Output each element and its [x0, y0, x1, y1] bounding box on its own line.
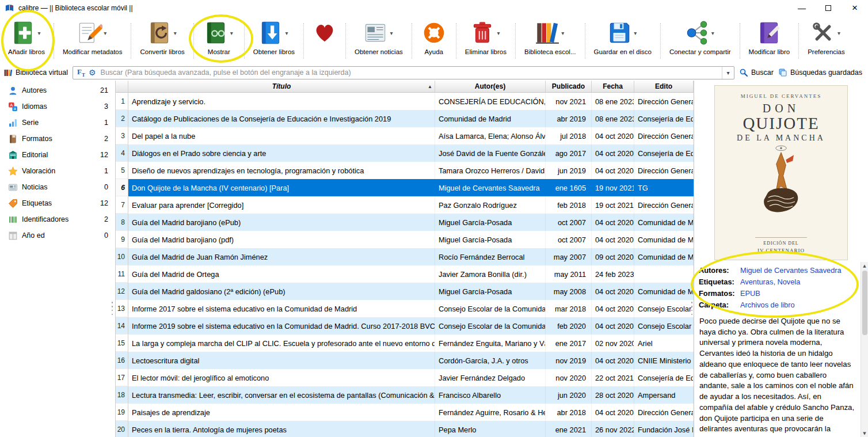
table-row[interactable]: 2 Catálogo de Publicaciones de la Consej…: [116, 110, 694, 127]
dropdown-arrow-icon[interactable]: ▾: [174, 30, 179, 36]
add-books-button[interactable]: ▾ Añadir libros: [2, 17, 51, 57]
convert-books-button[interactable]: ▾ Convertir libros: [134, 17, 190, 57]
connect-share-button[interactable]: ▾ Conectar y compartir: [664, 17, 737, 57]
edit-book-button[interactable]: Modificar libro: [743, 17, 796, 57]
detail-value-link[interactable]: Aventuras, Novela: [740, 276, 863, 288]
detail-value-link[interactable]: Miguel de Cervantes Saavedra: [740, 265, 863, 276]
sidebar-splitter-handle[interactable]: [111, 301, 114, 317]
table-row[interactable]: 8 Guía del Madrid barojiano (ePub) Migue…: [116, 214, 694, 231]
save-to-disk-button[interactable]: ▾ Guardar en el disco: [588, 17, 657, 57]
fetch-news-button[interactable]: ▾ Obtener noticias: [349, 17, 409, 57]
book-author-cell: Miguel García-Posada: [435, 283, 546, 300]
header-titulo[interactable]: Título ▲: [128, 81, 435, 92]
toolbar-separator: [131, 23, 131, 59]
sidebar-item-editorial[interactable]: Editorial 12: [0, 147, 115, 163]
preferences-button[interactable]: ▾ Preferencias: [802, 17, 851, 57]
dropdown-arrow-icon[interactable]: ▾: [711, 30, 717, 36]
table-row[interactable]: 3 Del papel a la nube Aísa Lamarca, Elen…: [116, 127, 694, 145]
sidebar-item-idiomas[interactable]: Aa Idiomas 3: [0, 98, 115, 115]
dropdown-arrow-icon[interactable]: ▾: [230, 30, 235, 36]
dropdown-arrow-icon[interactable]: ▾: [561, 30, 566, 36]
sidebar-item-noticias[interactable]: Noticias 0: [0, 179, 115, 195]
row-number: 9: [116, 231, 128, 248]
search-history-dropdown[interactable]: ▾: [722, 67, 734, 79]
book-date-cell: 04 oct 2020: [592, 404, 634, 421]
toolbar-label: Obtener noticias: [355, 48, 403, 56]
sidebar-item-formatos[interactable]: Formatos 2: [0, 131, 115, 147]
header-publicado[interactable]: Publicado: [546, 81, 592, 92]
sidebar-label: Identificadores: [22, 215, 68, 223]
sidebar-item-ano-ed[interactable]: Año ed 0: [0, 227, 115, 244]
dropdown-arrow-icon[interactable]: ▾: [634, 30, 639, 36]
dropdown-arrow-icon[interactable]: ▾: [104, 30, 109, 36]
book-details-panel: MIGUEL DE CERVANTES DON QUIJOTE DE LA MA…: [694, 81, 868, 437]
sidebar-item-identificadores[interactable]: Identificadores 2: [0, 211, 115, 227]
sidebar-item-valoracion[interactable]: Valoración 1: [0, 163, 115, 179]
table-row[interactable]: 15 La larga y compleja marcha del CLIP a…: [116, 335, 694, 352]
details-scrollbar[interactable]: ▲ ▼: [861, 262, 868, 437]
header-autores[interactable]: Autor(es): [435, 81, 546, 92]
scrollbar-thumb[interactable]: [862, 271, 867, 335]
dropdown-arrow-icon[interactable]: ▾: [390, 30, 395, 36]
table-row[interactable]: 7 Evaluar para aprender [Corregido] Paz …: [116, 196, 694, 214]
details-splitter-handle[interactable]: [690, 301, 694, 317]
saved-searches-label: Búsquedas guardadas: [790, 69, 862, 77]
search-input[interactable]: [100, 67, 722, 79]
header-editorial[interactable]: Edito: [634, 81, 694, 92]
dropdown-arrow-icon[interactable]: ▾: [497, 30, 502, 36]
book-author-cell: Comunidad de Madrid: [435, 110, 546, 127]
scroll-up-icon[interactable]: ▲: [863, 262, 866, 269]
table-row[interactable]: 5 Diseño de nuevos aprendizajes en tecno…: [116, 162, 694, 179]
book-author-cell: CONSEJERÍA DE EDUCACIÓN, UN...: [435, 93, 546, 110]
book-title-cell: Guía del Madrid barojiano (ePub): [128, 214, 435, 231]
table-row[interactable]: 4 Diálogos en el Prado sobre ciencia y a…: [116, 145, 694, 162]
book-title-cell: Guía del Madrid de Ortega: [128, 265, 435, 283]
table-row[interactable]: 9 Guía del Madrid barojiano (pdf) Miguel…: [116, 231, 694, 248]
book-cover[interactable]: MIGUEL DE CERVANTES DON QUIJOTE DE LA MA…: [714, 85, 848, 260]
table-row[interactable]: 13 Informe 2017 sobre el sistema educati…: [116, 300, 694, 317]
table-row[interactable]: 10 Guía del Madrid de Juan Ramón Jiménez…: [116, 248, 694, 265]
sidebar-item-serie[interactable]: Serie 1: [0, 115, 115, 131]
book-publisher-cell: TG: [634, 179, 694, 196]
donate-button[interactable]: [307, 17, 342, 57]
gear-icon[interactable]: ⚙: [87, 68, 100, 77]
table-row[interactable]: 17 El lector móvil: del jeroglífico al e…: [116, 369, 694, 386]
remove-books-button[interactable]: ▾ Eliminar libros: [459, 17, 512, 57]
edit-metadata-button[interactable]: ▾ Modificar metadatos: [57, 17, 128, 57]
virtual-library-button[interactable]: Biblioteca virtual: [3, 68, 68, 77]
table-row[interactable]: 14 Informe 2019 sobre el sistema educati…: [116, 317, 694, 335]
table-row[interactable]: 11 Guía del Madrid de Ortega Javier Zamo…: [116, 265, 694, 283]
close-button[interactable]: ×: [842, 0, 868, 16]
dropdown-arrow-icon[interactable]: ▾: [837, 30, 843, 36]
dropdown-arrow-icon[interactable]: ▾: [37, 30, 43, 36]
detail-value-link[interactable]: Archivos de libro: [740, 299, 863, 311]
table-row[interactable]: 1 Aprendizaje y servicio. CONSEJERÍA DE …: [116, 93, 694, 110]
table-row[interactable]: 18 Lectura transmedia: Leer, escribir, c…: [116, 386, 694, 404]
sidebar-item-autores[interactable]: Autores 21: [0, 82, 115, 98]
view-button[interactable]: ▾ Mostrar: [197, 17, 241, 57]
dropdown-arrow-icon[interactable]: ▾: [285, 30, 290, 36]
get-books-button[interactable]: ▾ Obtener libros: [248, 17, 300, 57]
help-button[interactable]: Ayuda: [415, 17, 453, 57]
saved-searches-button[interactable]: Búsquedas guardadas: [778, 68, 862, 77]
table-row[interactable]: 20 Peces en la tierra. Antología de muje…: [116, 421, 694, 437]
header-fecha[interactable]: Fecha: [592, 81, 634, 92]
book-author-cell: Javier Fernández Delgado: [435, 369, 546, 386]
toolbar-label: Convertir libros: [140, 48, 184, 56]
table-row[interactable]: 12 Guía del Madrid galdosiano (2ª edició…: [116, 283, 694, 300]
detail-value-link[interactable]: EPUB: [740, 288, 863, 299]
book-author-cell: Pepa Merlo: [435, 421, 546, 437]
fulltext-search-icon[interactable]: FT: [73, 67, 87, 78]
search-button[interactable]: Buscar: [739, 68, 774, 77]
sidebar-item-etiquetas[interactable]: Etiquetas 12: [0, 195, 115, 211]
book-title-cell: Aprendizaje y servicio.: [128, 93, 435, 110]
header-label: Fecha: [603, 82, 623, 90]
minimize-button[interactable]: —: [789, 0, 815, 16]
table-row[interactable]: 19 Paisajes de aprendizaje Fernández Agu…: [116, 404, 694, 421]
maximize-button[interactable]: [815, 0, 842, 16]
library-button[interactable]: ▾ Biblioteca escol...: [519, 17, 582, 57]
table-row[interactable]: 6 Don Quijote de la Mancha (IV centenari…: [116, 179, 694, 196]
table-row[interactable]: 16 Lectoescritura digital Cordón-García,…: [116, 352, 694, 369]
book-title-cell: Evaluar para aprender [Corregido]: [128, 196, 435, 214]
scroll-down-icon[interactable]: ▼: [863, 430, 866, 437]
